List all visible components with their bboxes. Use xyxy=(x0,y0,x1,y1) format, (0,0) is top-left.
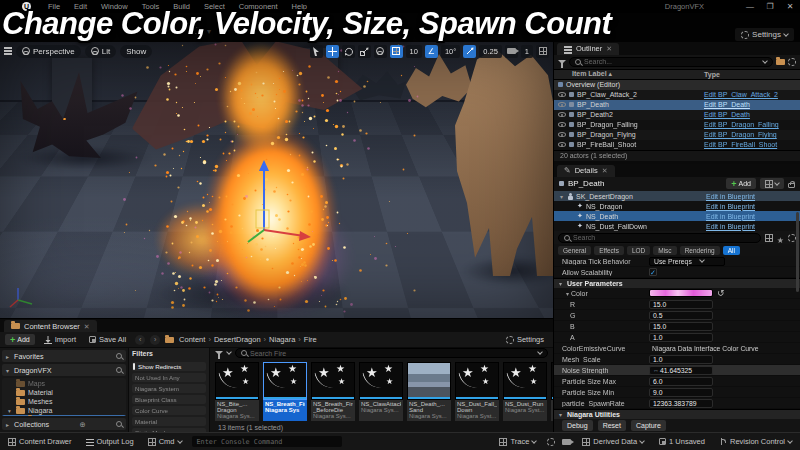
component-row[interactable]: ▾ SK_DesertDragon Edit in Blueprint xyxy=(554,191,800,201)
visibility-eye-icon[interactable] xyxy=(558,132,566,137)
folder-tree-item[interactable]: Material xyxy=(2,388,126,397)
rotation-snap-value[interactable]: 10° xyxy=(441,45,460,58)
asset-tile[interactable]: ★ ★ ★ NS_Death_... Sand xyxy=(407,362,451,421)
reset-to-default-icon[interactable] xyxy=(717,288,725,298)
parameter-value-field[interactable]: 15.0 xyxy=(649,322,713,331)
asset-tile[interactable]: ★ ★ ★ NS_Breath_Fire _BeforeDie xyxy=(311,362,355,421)
details-filter-tab[interactable]: Effects xyxy=(594,246,624,255)
close-icon[interactable] xyxy=(606,44,612,53)
outliner-tab[interactable]: Outliner xyxy=(557,43,619,55)
viewport-layout-icon[interactable] xyxy=(536,45,549,58)
folder-tree-item[interactable]: Maps xyxy=(2,379,126,388)
edit-in-blueprint-link[interactable]: Edit in Blueprint xyxy=(706,203,755,210)
details-filter-tab[interactable]: Rendering xyxy=(680,246,720,255)
close-icon[interactable] xyxy=(84,322,90,331)
chevron-down-icon[interactable] xyxy=(537,349,543,355)
filter-pill[interactable]: Color Curve xyxy=(132,406,206,415)
outliner-search-input[interactable]: Search... xyxy=(569,57,773,67)
forward-button[interactable]: › xyxy=(150,335,160,345)
minimize-button[interactable]: — xyxy=(740,2,760,11)
unsaved-button[interactable]: 1 Unsaved xyxy=(655,435,709,448)
back-button[interactable]: ‹ xyxy=(135,335,145,345)
visibility-eye-icon[interactable] xyxy=(558,92,566,97)
filter-pill[interactable]: Blueprint Class xyxy=(132,395,206,404)
content-browser-settings-button[interactable]: Settings xyxy=(502,333,548,346)
asset-tile[interactable]: ★ ★ ★ NS_Dust_Fall_ Down xyxy=(455,362,499,421)
rotate-tool-icon[interactable] xyxy=(342,45,355,58)
scale-tool-icon[interactable] xyxy=(358,45,371,58)
visibility-eye-icon[interactable] xyxy=(558,142,566,147)
utility-button[interactable]: Debug xyxy=(562,420,593,431)
revision-control-button[interactable]: Revision Control xyxy=(716,435,796,448)
new-folder-icon[interactable] xyxy=(776,59,785,65)
search-icon[interactable] xyxy=(116,421,122,427)
parameter-value-field[interactable]: 1.0 xyxy=(649,355,713,364)
parameter-value-field[interactable]: 41.645325 xyxy=(649,366,713,375)
derived-data-button[interactable]: Derived Data xyxy=(578,435,648,448)
content-browser-tab[interactable]: Content Browser xyxy=(4,320,97,332)
outliner-column-headers[interactable]: Item Label ▴ Type xyxy=(554,69,800,80)
parameter-value-field[interactable]: Niagara Data Interface Color Curve xyxy=(649,344,762,353)
breadcrumb-item[interactable]: Fire› xyxy=(304,335,317,344)
edit-in-blueprint-link[interactable]: Edit in Blueprint xyxy=(706,213,755,220)
grid-snap-icon[interactable] xyxy=(390,45,403,58)
cmd-dropdown[interactable]: Cmd xyxy=(144,435,186,448)
lock-icon[interactable] xyxy=(788,183,795,188)
filter-pill[interactable]: Show Redirects xyxy=(132,362,206,371)
viewport-3d[interactable]: Perspective Lit Show xyxy=(0,42,553,318)
component-row[interactable]: NS_Dust_FallDown Edit in Blueprint xyxy=(554,221,800,231)
utility-button[interactable]: Reset xyxy=(598,420,626,431)
asset-tile[interactable]: ★ ★ ★ NS_ClawAttack xyxy=(359,362,403,421)
scale-snap-icon[interactable] xyxy=(463,45,476,58)
editor-settings-button[interactable]: Settings xyxy=(735,28,794,41)
details-search-input[interactable]: Search xyxy=(558,233,761,243)
select-tool-icon[interactable] xyxy=(310,45,323,58)
perspective-button[interactable]: Perspective xyxy=(16,45,81,58)
tick-behavior-dropdown[interactable]: Use Prereqs xyxy=(649,257,725,266)
add-component-button[interactable]: +Add xyxy=(726,178,756,189)
color-swatch[interactable] xyxy=(649,289,713,297)
blueprint-hierarchy-button[interactable] xyxy=(760,178,784,189)
outliner-actor-row[interactable]: BP_FireBall_Shoot Edit BP_FireBall_Shoot xyxy=(554,140,800,150)
details-scrollbar[interactable] xyxy=(796,212,799,292)
details-settings-icon[interactable] xyxy=(788,234,796,242)
breadcrumb-item[interactable]: Content› xyxy=(179,335,211,344)
scalability-checkbox[interactable]: ✓ xyxy=(649,268,657,276)
edit-blueprint-link[interactable]: Edit BP_FireBall_Shoot xyxy=(704,141,777,148)
folder-tree-item[interactable]: ▾ Niagara xyxy=(2,406,126,415)
output-log-button[interactable]: Output Log xyxy=(82,435,138,448)
details-filter-tab[interactable]: General xyxy=(558,246,591,255)
import-button[interactable]: Import xyxy=(40,333,80,346)
breadcrumb-item[interactable]: DesertDragon› xyxy=(214,335,266,344)
rotation-snap-icon[interactable]: ∠ xyxy=(425,45,438,58)
console-command-input[interactable]: Enter Console Command xyxy=(192,436,342,447)
search-icon[interactable] xyxy=(116,367,122,373)
edit-blueprint-link[interactable]: Edit BP_Claw_Attack_2 xyxy=(704,91,778,98)
edit-in-blueprint-link[interactable]: Edit in Blueprint xyxy=(706,223,755,230)
surface-snap-icon[interactable] xyxy=(374,45,387,58)
visibility-eye-icon[interactable] xyxy=(558,122,566,127)
grid-snap-value[interactable]: 10 xyxy=(406,45,422,58)
filter-pill[interactable]: Not Used In Any xyxy=(132,373,206,382)
search-icon[interactable] xyxy=(116,353,122,359)
outliner-actor-row[interactable]: BP_Claw_Attack_2 Edit BP_Claw_Attack_2 xyxy=(554,90,800,100)
favorites-header[interactable]: ▸Favorites xyxy=(2,350,126,362)
parameter-value-field[interactable]: 9.0 xyxy=(649,388,713,397)
parameter-value-field[interactable]: 12363.383789 xyxy=(649,399,713,408)
parameter-value-field[interactable]: 15.0 xyxy=(649,300,713,309)
outliner-actor-row[interactable]: BP_Death2 Edit BP_Death xyxy=(554,110,800,120)
camera-speed-icon[interactable] xyxy=(505,45,518,58)
folder-tree-item[interactable]: Meshes xyxy=(2,397,126,406)
outliner-actor-row[interactable]: BP_Dragon_Falling Edit BP_Dragon_Falling xyxy=(554,120,800,130)
trace-button[interactable]: Trace xyxy=(495,435,540,448)
gear-icon[interactable] xyxy=(547,438,555,446)
filter-pill[interactable]: Niagara System xyxy=(132,384,206,393)
component-row[interactable]: NS_Death Edit in Blueprint xyxy=(554,211,800,221)
edit-in-blueprint-link[interactable]: Edit in Blueprint xyxy=(706,193,755,200)
details-filter-tab[interactable]: All xyxy=(723,246,740,255)
utility-button[interactable]: Capture xyxy=(631,420,666,431)
visibility-eye-icon[interactable] xyxy=(558,102,566,107)
asset-tile[interactable]: ★ ★ ★ NS_Dust_Run N xyxy=(503,362,547,421)
outliner-settings-icon[interactable] xyxy=(788,58,796,66)
show-menu-button[interactable]: Show xyxy=(120,45,152,58)
